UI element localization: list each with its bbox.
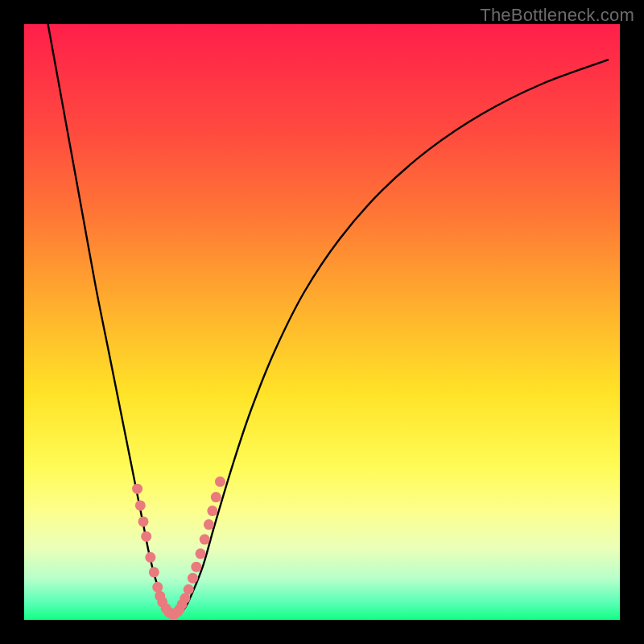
marker-dot	[215, 477, 225, 487]
marker-dot	[211, 492, 221, 502]
plot-area	[24, 24, 620, 620]
marker-dot	[188, 573, 198, 584]
marker-dot	[149, 567, 159, 577]
chart-svg	[24, 24, 620, 620]
marker-dot	[135, 500, 146, 510]
marker-dot	[152, 582, 163, 592]
marker-dot	[191, 562, 201, 572]
marker-dot	[138, 516, 149, 526]
marker-dot	[207, 506, 217, 516]
watermark-text: TheBottleneck.com	[480, 5, 634, 26]
marker-dot	[132, 484, 142, 494]
marker-dots	[132, 477, 225, 619]
bottleneck-curve	[48, 24, 609, 615]
marker-dot	[196, 548, 206, 559]
marker-dot	[141, 531, 151, 542]
marker-dot	[204, 519, 214, 530]
marker-dot	[145, 552, 155, 563]
marker-dot	[200, 535, 210, 545]
marker-dot	[180, 593, 190, 604]
marker-dot	[184, 584, 194, 595]
